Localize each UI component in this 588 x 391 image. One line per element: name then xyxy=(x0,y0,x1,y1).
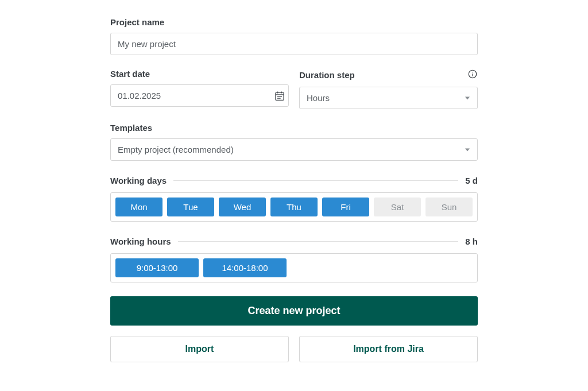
project-name-label: Project name xyxy=(110,17,478,27)
day-mon[interactable]: Mon xyxy=(115,198,163,216)
working-hours-panel: 9:00-13:00 14:00-18:00 xyxy=(110,253,478,282)
project-name-input[interactable] xyxy=(110,33,478,55)
start-date-input[interactable] xyxy=(110,84,289,107)
import-button[interactable]: Import xyxy=(110,336,289,362)
working-hours-label: Working hours xyxy=(110,237,171,246)
day-wed[interactable]: Wed xyxy=(219,198,266,216)
create-project-button[interactable]: Create new project xyxy=(110,296,478,326)
import-jira-button[interactable]: Import from Jira xyxy=(299,336,478,362)
start-date-label: Start date xyxy=(110,69,289,79)
hour-range-1[interactable]: 9:00-13:00 xyxy=(115,258,199,277)
info-icon[interactable] xyxy=(467,69,478,81)
day-tue[interactable]: Tue xyxy=(167,198,214,216)
hour-range-2[interactable]: 14:00-18:00 xyxy=(203,258,287,277)
day-sun[interactable]: Sun xyxy=(425,198,473,216)
templates-select[interactable]: Empty project (recommended) xyxy=(110,138,478,161)
calendar-icon[interactable] xyxy=(274,90,285,102)
day-sat[interactable]: Sat xyxy=(374,198,421,216)
working-days-label: Working days xyxy=(110,176,167,185)
templates-label: Templates xyxy=(110,123,478,133)
duration-step-label: Duration step xyxy=(299,70,355,80)
svg-point-8 xyxy=(472,72,473,72)
day-fri[interactable]: Fri xyxy=(322,198,369,216)
duration-step-select[interactable]: Hours xyxy=(299,87,478,109)
divider xyxy=(173,180,458,181)
working-hours-count: 8 h xyxy=(465,237,478,246)
working-days-count: 5 d xyxy=(465,176,478,185)
divider xyxy=(178,241,459,242)
day-thu[interactable]: Thu xyxy=(270,198,318,216)
working-days-panel: Mon Tue Wed Thu Fri Sat Sun xyxy=(110,192,478,222)
